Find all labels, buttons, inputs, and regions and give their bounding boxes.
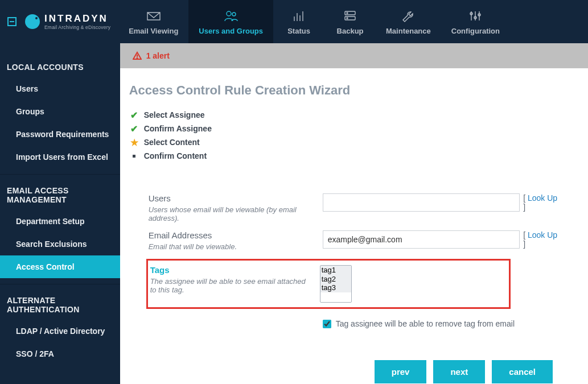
tag-option[interactable]: tag3 — [320, 283, 351, 292]
sidebar-item-users[interactable]: Users — [0, 77, 120, 100]
sidebar-item-department-setup[interactable]: Department Setup — [0, 210, 120, 233]
sidebar: LOCAL ACCOUNTS Users Groups Password Req… — [0, 43, 120, 384]
step-confirm-content: Confirm Content — [129, 149, 573, 163]
brand-logo: INTRADYN Email Archiving & eDiscovery — [24, 0, 118, 43]
users-lookup-wrap: [ Look Up ] — [523, 193, 558, 212]
alert-bar[interactable]: 1 alert — [120, 43, 588, 68]
alert-text: 1 alert — [146, 51, 170, 60]
nav-maintenance[interactable]: Maintenance — [376, 0, 441, 43]
check-icon: ✔ — [129, 123, 139, 134]
tag-option[interactable]: tag1 — [320, 266, 351, 275]
tag-option[interactable]: tag2 — [320, 275, 351, 284]
envelope-icon — [146, 9, 161, 23]
remove-tag-checkbox[interactable] — [323, 320, 331, 328]
side-section-email-access: EMAIL ACCESS MANAGEMENT — [0, 180, 120, 210]
sidebar-item-import-users[interactable]: Import Users from Excel — [0, 146, 120, 168]
svg-point-19 — [137, 57, 137, 58]
sliders-icon — [468, 9, 483, 23]
remove-tag-label: Tag assignee will be able to remove tag … — [336, 319, 515, 328]
sidebar-item-sso-2fa[interactable]: SSO / 2FA — [0, 342, 120, 365]
sidebar-item-password-requirements[interactable]: Password Requirements — [0, 123, 120, 146]
sidebar-item-ldap[interactable]: LDAP / Active Directory — [0, 320, 120, 342]
nav-status[interactable]: Status — [273, 0, 324, 43]
users-input[interactable] — [323, 193, 520, 212]
step-select-content: ★Select Content — [129, 135, 573, 149]
step-confirm-assignee: ✔Confirm Assignee — [129, 122, 573, 135]
side-section-local-accounts: LOCAL ACCOUNTS — [0, 57, 120, 77]
tags-highlight: Tags The assignee will be able to see em… — [146, 259, 511, 309]
sidebar-item-groups[interactable]: Groups — [0, 100, 120, 123]
star-icon: ★ — [129, 137, 139, 147]
step-select-assignee: ✔Select Assignee — [129, 108, 573, 122]
emails-input[interactable] — [323, 230, 520, 249]
users-label: Users — [149, 193, 311, 203]
tags-select[interactable]: tag1 tag2 tag3 — [320, 265, 352, 303]
top-nav: Email Viewing Users and Groups Status Ba… — [118, 0, 510, 43]
tags-help: The assignee will be able to see email a… — [150, 277, 309, 294]
emails-label: Email Addresses — [149, 230, 311, 240]
users-icon — [224, 9, 239, 23]
menu-toggle[interactable] — [0, 0, 24, 43]
svg-point-3 — [232, 13, 236, 16]
logo-icon — [25, 14, 40, 29]
nav-backup[interactable]: Backup — [324, 0, 376, 43]
cancel-button[interactable]: cancel — [492, 360, 553, 383]
wizard-steps: ✔Select Assignee ✔Confirm Assignee ★Sele… — [129, 108, 573, 163]
wrench-icon — [401, 9, 416, 23]
users-lookup-link[interactable]: Look Up — [528, 193, 557, 203]
nav-users-groups[interactable]: Users and Groups — [188, 0, 273, 43]
brand-name: INTRADYN — [44, 14, 110, 23]
prev-button[interactable]: prev — [375, 360, 427, 383]
nav-configuration[interactable]: Configuration — [441, 0, 510, 43]
users-help: Users whose email will be viewable (by e… — [149, 205, 311, 222]
emails-lookup-wrap: [ Look Up ] — [523, 230, 558, 249]
svg-point-11 — [347, 18, 348, 19]
bars-icon — [291, 9, 306, 23]
nav-email-viewing[interactable]: Email Viewing — [118, 0, 188, 43]
tags-label: Tags — [150, 265, 309, 275]
brand-tagline: Email Archiving & eDiscovery — [44, 24, 110, 30]
page-title: Access Control Rule Creation Wizard — [129, 83, 573, 98]
server-icon — [343, 9, 357, 23]
svg-point-10 — [347, 13, 348, 14]
bullet-icon — [129, 151, 139, 161]
svg-point-2 — [227, 11, 231, 16]
alert-icon — [133, 51, 142, 60]
check-icon: ✔ — [129, 110, 139, 120]
emails-lookup-link[interactable]: Look Up — [528, 230, 557, 240]
sidebar-item-search-exclusions[interactable]: Search Exclusions — [0, 233, 120, 255]
side-section-alt-auth: ALTERNATE AUTHENTICATION — [0, 290, 120, 320]
emails-help: Email that will be viewable. — [149, 242, 311, 251]
next-button[interactable]: next — [433, 360, 485, 383]
sidebar-item-access-control[interactable]: Access Control — [0, 255, 120, 278]
